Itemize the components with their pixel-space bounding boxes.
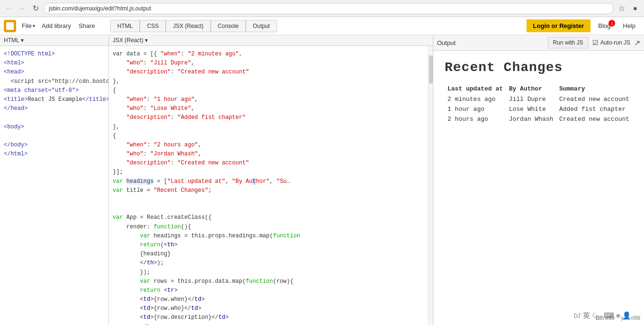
table-body: 2 minutes agoJill DupreCreated new accou… (445, 94, 633, 124)
expand-output-button[interactable]: ↗ (634, 38, 640, 47)
table-cell-description: Added fist chapter (556, 104, 633, 114)
bookmark-icon[interactable]: ☆ (617, 3, 627, 14)
tab-html[interactable]: HTML (110, 20, 140, 32)
tab-output[interactable]: Output (246, 20, 277, 32)
output-panel: Output Run with JS ☑ Auto-run JS ↗ Recen… (433, 35, 644, 325)
table-cell-who: Lose White (506, 104, 556, 114)
app-logo-inner (6, 22, 14, 30)
col-header-who: By Author (506, 83, 556, 94)
icon-2: 英 (583, 311, 590, 320)
table-cell-description: Created new account (556, 114, 633, 124)
help-button[interactable]: Help (618, 20, 640, 32)
share-button[interactable]: Share (75, 21, 99, 30)
reload-button[interactable]: ↻ (30, 3, 41, 14)
table-cell-who: Jordan Whash (506, 114, 556, 124)
forward-button[interactable]: → (17, 3, 27, 14)
html-panel: HTML ▾ <!DOCTYPE html> <html> <head> <sc… (0, 35, 109, 325)
jsx-panel-header[interactable]: JSX (React) ▾ (109, 35, 433, 46)
blog-badge: 1 (608, 20, 615, 27)
jsx-panel-title: JSX (React) ▾ (113, 37, 148, 44)
login-button[interactable]: Login or Register (527, 19, 591, 32)
browser-chrome: ← → ↻ ☆ ■ (0, 0, 644, 17)
app-bar-right: Login or Register Blog 1 Help (527, 19, 640, 32)
file-menu-button[interactable]: File ▾ (19, 21, 38, 30)
app-bar: File ▾ Add library Share HTML CSS JSX (R… (0, 17, 644, 35)
changes-table: Last updated at By Author Summary 2 minu… (445, 83, 633, 124)
file-menu-arrow: ▾ (33, 23, 35, 28)
tab-console[interactable]: Console (211, 20, 246, 32)
tab-css[interactable]: CSS (140, 20, 166, 32)
icon-4: ∙ (600, 311, 602, 320)
autorun-checkbox[interactable]: ☑ (592, 39, 599, 46)
system-icons: 🆐 英 ☾ ∙ ⌨ ⎈ 👤 — (570, 309, 644, 322)
run-button[interactable]: Run with JS (548, 37, 589, 48)
output-content: Recent Changes Last updated at By Author… (433, 51, 644, 325)
main-content: HTML ▾ <!DOCTYPE html> <html> <head> <sc… (0, 35, 644, 325)
html-panel-title: HTML ▾ (4, 37, 24, 44)
autorun-label: ☑ Auto-run JS (592, 39, 630, 46)
recent-changes-title: Recent Changes (445, 60, 633, 75)
extensions-icon[interactable]: ■ (630, 3, 640, 14)
col-header-when: Last updated at (445, 83, 506, 94)
table-row: 2 minutes agoJill DupreCreated new accou… (445, 94, 633, 104)
icon-5: ⌨ (604, 311, 614, 320)
col-header-desc: Summary (556, 83, 633, 94)
html-panel-content[interactable]: <!DOCTYPE html> <html> <head> <script sr… (0, 46, 108, 325)
table-cell-when: 2 minutes ago (445, 94, 506, 104)
jsx-panel-content[interactable]: var data = [{ "when": "2 minutes ago", "… (109, 46, 428, 325)
table-cell-when: 1 hour ago (445, 104, 506, 114)
output-panel-title: Output (437, 39, 544, 46)
back-button[interactable]: ← (4, 3, 14, 14)
jsx-scrollbar[interactable] (428, 46, 433, 325)
icon-8: — (633, 311, 640, 320)
blog-button[interactable]: Blog 1 (593, 20, 615, 32)
icon-7: 👤 (622, 311, 631, 320)
table-row: 1 hour agoLose WhiteAdded fist chapter (445, 104, 633, 114)
add-library-button[interactable]: Add library (38, 21, 75, 30)
tab-jsx[interactable]: JSX (React) (166, 20, 211, 32)
icon-6: ⎈ (616, 311, 620, 320)
table-head: Last updated at By Author Summary (445, 83, 633, 94)
jsx-panel: JSX (React) ▾ var data = [{ "when": "2 m… (109, 35, 433, 325)
address-bar[interactable] (44, 3, 614, 14)
html-panel-header[interactable]: HTML ▾ (0, 35, 108, 46)
table-cell-description: Created new account (556, 94, 633, 104)
table-row: 2 hours agoJordan WhashCreated new accou… (445, 114, 633, 124)
table-header-row: Last updated at By Author Summary (445, 83, 633, 94)
output-panel-header: Output Run with JS ☑ Auto-run JS ↗ (433, 35, 644, 51)
app-logo (4, 20, 16, 32)
icon-1: 🆐 (574, 311, 581, 320)
table-cell-when: 2 hours ago (445, 114, 506, 124)
icon-3: ☾ (592, 311, 598, 320)
table-cell-who: Jill Dupre (506, 94, 556, 104)
tab-bar: HTML CSS JSX (React) Console Output (110, 20, 277, 32)
